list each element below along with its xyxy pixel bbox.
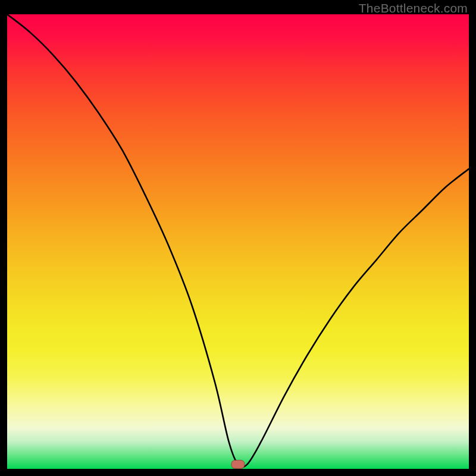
- chart-frame: TheBottleneck.com: [0, 0, 476, 476]
- bottleneck-curve: [7, 14, 469, 467]
- optimum-marker: [231, 460, 245, 468]
- attribution-text: TheBottleneck.com: [359, 1, 468, 15]
- chart-overlay: [7, 14, 469, 469]
- plot-area: [7, 14, 469, 469]
